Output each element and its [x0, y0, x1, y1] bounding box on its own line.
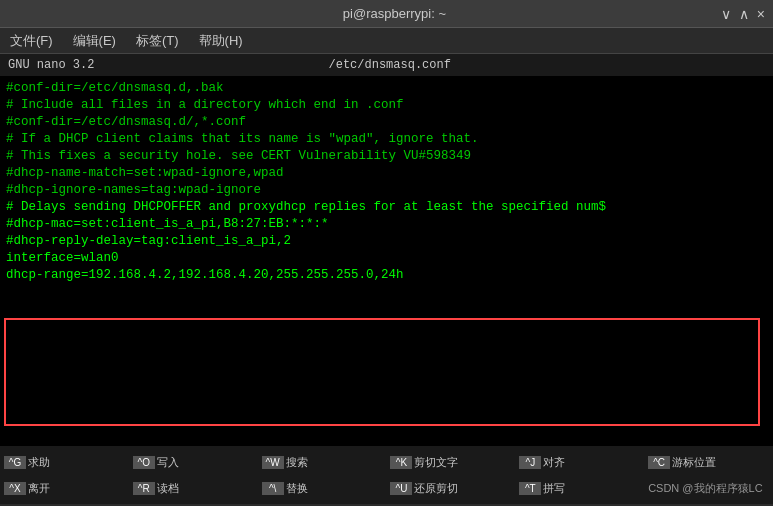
nano-filename: /etc/dnsmasq.conf: [94, 58, 685, 72]
shortcut-help: ^G 求助: [0, 449, 129, 475]
watermark-text: CSDN @我的程序猿LC: [648, 481, 762, 496]
title-bar: pi@raspberrypi: ~ ∨ ∧ ×: [0, 0, 773, 28]
shortcut-label: 写入: [157, 455, 179, 470]
shortcut-key: ^T: [519, 482, 541, 495]
editor-area[interactable]: #conf-dir=/etc/dnsmasq.d,.bak # Include …: [0, 76, 773, 446]
editor-line: interface=wlan0: [6, 250, 767, 267]
editor-line: # Delays sending DHCPOFFER and proxydhcp…: [6, 199, 767, 216]
editor-line: # This fixes a security hole. see CERT V…: [6, 148, 767, 165]
nano-top-bar: GNU nano 3.2 /etc/dnsmasq.conf: [0, 54, 773, 76]
editor-line: [6, 284, 767, 301]
shortcut-label: 剪切文字: [414, 455, 458, 470]
editor-line: #dhcp-mac=set:client_is_a_pi,B8:27:EB:*:…: [6, 216, 767, 233]
shortcut-watermark: CSDN @我的程序猿LC: [644, 475, 773, 501]
menu-edit[interactable]: 编辑(E): [69, 30, 120, 52]
editor-line: #dhcp-name-match=set:wpad-ignore,wpad: [6, 165, 767, 182]
menu-help[interactable]: 帮助(H): [195, 30, 247, 52]
shortcut-key: ^\: [262, 482, 284, 495]
shortcut-key: ^U: [390, 482, 412, 495]
shortcut-cut: ^K 剪切文字: [386, 449, 515, 475]
nano-version: GNU nano 3.2: [8, 58, 94, 72]
minimize-button[interactable]: ∨: [721, 6, 731, 22]
shortcut-row-2: ^X 离开 ^R 读档 ^\ 替换 ^U 还原剪切 ^T 拼写 CSDN @我的…: [0, 475, 773, 501]
title-bar-title: pi@raspberrypi: ~: [68, 6, 721, 21]
close-button[interactable]: ×: [757, 6, 765, 22]
shortcut-label: 还原剪切: [414, 481, 458, 496]
shortcut-key: ^X: [4, 482, 26, 495]
title-bar-controls[interactable]: ∨ ∧ ×: [721, 6, 765, 22]
editor-line: #conf-dir=/etc/dnsmasq.d,.bak: [6, 80, 767, 97]
shortcut-exit: ^X 离开: [0, 475, 129, 501]
shortcut-position: ^C 游标位置: [644, 449, 773, 475]
editor-line: #conf-dir=/etc/dnsmasq.d/,*.conf: [6, 114, 767, 131]
shortcut-spell: ^T 拼写: [515, 475, 644, 501]
bottom-bar: ^G 求助 ^O 写入 ^W 搜索 ^K 剪切文字 ^J 对齐 ^C 游标位置 …: [0, 446, 773, 504]
shortcut-label: 求助: [28, 455, 50, 470]
editor-line: # Include all files in a directory which…: [6, 97, 767, 114]
shortcut-key: ^W: [262, 456, 284, 469]
shortcut-key: ^K: [390, 456, 412, 469]
shortcut-row-1: ^G 求助 ^O 写入 ^W 搜索 ^K 剪切文字 ^J 对齐 ^C 游标位置: [0, 449, 773, 475]
shortcut-key: ^O: [133, 456, 155, 469]
shortcut-search: ^W 搜索: [258, 449, 387, 475]
shortcut-write: ^O 写入: [129, 449, 258, 475]
highlight-box: [4, 318, 760, 426]
editor-line: # If a DHCP client claims that its name …: [6, 131, 767, 148]
shortcut-read: ^R 读档: [129, 475, 258, 501]
editor-line: dhcp-range=192.168.4.2,192.168.4.20,255.…: [6, 267, 767, 284]
shortcut-paste: ^U 还原剪切: [386, 475, 515, 501]
shortcut-label: 读档: [157, 481, 179, 496]
shortcut-label: 离开: [28, 481, 50, 496]
shortcut-label: 替换: [286, 481, 308, 496]
editor-line: #dhcp-ignore-names=tag:wpad-ignore: [6, 182, 767, 199]
maximize-button[interactable]: ∧: [739, 6, 749, 22]
shortcut-replace: ^\ 替换: [258, 475, 387, 501]
shortcut-label: 搜索: [286, 455, 308, 470]
shortcut-key: ^R: [133, 482, 155, 495]
shortcut-label: 对齐: [543, 455, 565, 470]
menu-file[interactable]: 文件(F): [6, 30, 57, 52]
menu-bar: 文件(F) 编辑(E) 标签(T) 帮助(H): [0, 28, 773, 54]
shortcut-label: 游标位置: [672, 455, 716, 470]
shortcut-key: ^G: [4, 456, 26, 469]
shortcut-align: ^J 对齐: [515, 449, 644, 475]
editor-line: #dhcp-reply-delay=tag:client_is_a_pi,2: [6, 233, 767, 250]
shortcut-key: ^J: [519, 456, 541, 469]
menu-tags[interactable]: 标签(T): [132, 30, 183, 52]
shortcut-key: ^C: [648, 456, 670, 469]
shortcut-label: 拼写: [543, 481, 565, 496]
